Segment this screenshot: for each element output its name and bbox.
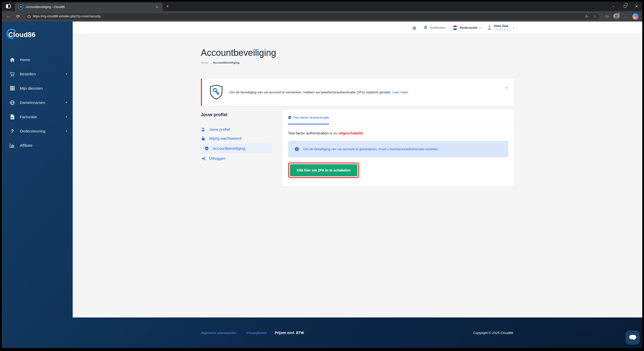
favorites-list-button[interactable]: ☆≡ [603,13,611,20]
profile-nav-label: Uitloggen [209,156,226,161]
read-aloud-mark: ) [588,15,589,18]
tab-two-factor[interactable]: Two-factor authenticatie [288,116,329,124]
sidebar-nav: Home Bestellen ▾ Mijn diensten Domeinnam… [2,53,73,152]
chat-widget-button[interactable] [625,330,640,345]
page: Cloud86 Home Bestellen ▾ Mijn dienste [2,22,642,348]
settings-more-button[interactable]: … [622,13,630,20]
breadcrumb-home-link[interactable]: Home [201,61,209,64]
browser-tab-active[interactable]: 86 Accountbeveiliging - Cloud86 ✕ [15,3,163,11]
language-selector[interactable]: Nederlands ▾ [452,25,481,31]
alert-message: Om de beveiliging van uw account te vers… [230,90,391,94]
alert-close-icon[interactable]: ✕ [505,85,509,91]
minimize-button[interactable]: – [608,2,619,11]
sidebar-item-facturatie[interactable]: $ Facturatie ▾ [2,110,73,124]
browser-toolbar: ← ⟳ https://my.cloud86.io/index.php?rp=/… [2,11,642,22]
bell-icon [423,25,428,30]
read-aloud-button[interactable]: A) [584,15,590,18]
restore-icon [624,5,626,8]
lock-icon [28,15,31,18]
notifications-button[interactable]: Notificaties [423,25,446,30]
terms-link[interactable]: Algemene voorwaarden [201,331,237,335]
sidebar-item-affiliate[interactable]: Affiliate [2,138,73,152]
sidebar-item-ondersteuning[interactable]: ? Ondersteuning ▾ [2,124,73,138]
profile-nav-label: Jouw profiel [209,127,230,132]
logout-icon [201,157,205,160]
lees-meer-link[interactable]: Lees meer. [392,90,409,94]
page-title: Accountbeveiliging [201,48,514,58]
language-label: Nederlands [460,26,478,30]
lock-icon [201,136,205,140]
invoice-icon: $ [9,114,15,119]
sidebar-item-label: Domeinnamen [20,100,45,105]
profile-nav-item-wijzig-wachtwoord[interactable]: Wijzig wachtwoord [201,134,272,143]
restore-button[interactable] [619,2,631,11]
sidebar-item-label: Affiliate [20,143,33,148]
back-button[interactable]: ← [4,13,13,20]
question-icon: ? [9,128,15,134]
profile-nav-item-jouw-profiel[interactable]: Jouw profiel [201,125,272,134]
server-icon [9,86,15,91]
basket-button[interactable] [412,25,417,30]
privacy-link[interactable]: Privacybeleid [247,331,267,335]
chevron-down-icon: ▾ [66,129,67,133]
screen: 86 Accountbeveiliging - Cloud86 ✕ + – ✕ … [0,0,644,351]
address-bar[interactable]: https://my.cloud86.io/index.php?rp=/user… [25,13,600,20]
profile-nav-heading: Jouw profiel [201,112,272,117]
card-tabs: Two-factor authenticatie [282,110,514,125]
tab-label: Two-factor authenticatie [293,116,329,119]
cloud86-logo[interactable]: Cloud86 [8,28,48,42]
svg-text:$: $ [11,116,13,119]
notifications-label: Notificaties [430,26,446,30]
sidebar-item-label: Bestellen [20,72,36,76]
info-box: Om de beveiliging van uw account te gara… [288,141,508,157]
profile-nav-label: Wijzig wachtwoord [209,136,241,141]
cart-icon [9,72,15,77]
status-prefix: Two-factor authentication is nu [288,131,339,135]
copyright-text: Copyright © 2025 Cloud86. [473,331,514,335]
info-icon [295,147,299,151]
user-icon [487,26,492,30]
sidebar-item-label: Home [20,58,30,62]
shield-icon [288,116,291,119]
main-panel: Accountbeveiliging Home / Accountbeveili… [73,34,642,317]
chat-bubble-icon [629,334,636,341]
shield-icon [204,146,209,150]
profile-nav-label: Accountbeveiliging [213,146,245,151]
chevron-down-icon: ▾ [513,26,514,29]
url-text[interactable]: https://my.cloud86.io/index.php?rp=/user… [33,15,582,18]
sidebar-item-label: Ondersteuning [20,129,45,133]
window-controls: – ✕ [608,2,642,11]
enable-2fa-button[interactable]: Klik hier om 2FA in te schakelen [290,164,357,176]
tab-actions-button[interactable] [2,2,15,11]
browser-profile-button[interactable] [612,13,621,20]
2fa-status-line: Two-factor authentication is nu uitgesch… [288,131,508,135]
profile-nav: Jouw profiel Jouw profiel Wijzig wachtwo… [201,110,272,163]
user-menu[interactable]: John Doe Cloud86 B.V. ▾ [487,24,514,31]
reload-button[interactable]: ⟳ [14,13,22,20]
home-icon [9,57,15,62]
sidebar-item-mijn-diensten[interactable]: Mijn diensten [2,81,73,95]
basket-icon [412,25,417,30]
security-card: Two-factor authenticatie Two-factor auth… [282,110,514,187]
copilot-button[interactable] [631,13,640,20]
click-annotation-highlight: Klik hier om 2FA in te schakelen [288,162,359,178]
profile-nav-item-accountbeveiliging[interactable]: Accountbeveiliging [201,143,272,153]
tab-close-icon[interactable]: ✕ [154,5,160,9]
sidebar-item-bestellen[interactable]: Bestellen ▾ [2,67,73,81]
copilot-icon [632,13,639,20]
user-icon [201,127,205,131]
sidebar-item-home[interactable]: Home [2,53,73,67]
sidebar-item-domeinnamen[interactable]: Domeinnamen ▾ [2,95,73,110]
sidebar-item-label: Mijn diensten [20,86,43,91]
tab-title: Accountbeveiliging - Cloud86 [26,5,152,9]
breadcrumb-current: Accountbeveiliging [213,61,239,64]
profile-nav-item-uitloggen[interactable]: Uitloggen [201,154,272,163]
card-body: Two-factor authentication is nu uitgesch… [282,125,514,187]
cloud86-favicon-icon: 86 [18,5,23,10]
globe-icon [9,100,15,105]
status-value: uitgeschakeld. [338,131,364,135]
app-topbar: Notificaties Nederlands ▾ John Doe Cloud… [73,22,642,34]
favorite-star-button[interactable]: ☆ [592,15,597,18]
close-button[interactable]: ✕ [631,2,642,11]
new-tab-button[interactable]: + [163,2,173,11]
